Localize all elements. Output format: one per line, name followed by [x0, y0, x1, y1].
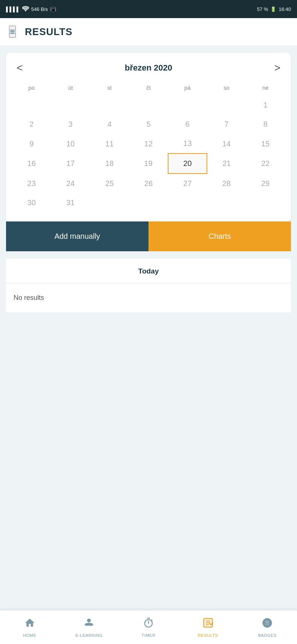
calendar-day-27[interactable]: 27 [168, 174, 207, 193]
main-content: < březen 2020 > po út st čt pá so ne 123… [0, 45, 297, 610]
calendar-day-empty [90, 193, 129, 212]
elearning-icon [83, 617, 95, 631]
calendar-day-31[interactable]: 31 [51, 193, 90, 212]
calendar-week-row: 9101112131415 [12, 134, 285, 154]
calendar-day-24[interactable]: 24 [51, 174, 90, 193]
calendar-day-11[interactable]: 11 [90, 134, 129, 154]
menu-button[interactable]: ≡ [9, 26, 16, 38]
calendar-day-6[interactable]: 6 [168, 115, 207, 134]
calendar-week-row: 16171819202122 [12, 154, 285, 174]
time-display: 16:40 [279, 6, 291, 12]
day-header-st: st [90, 85, 129, 95]
today-label: Today [6, 267, 291, 283]
nav-item-results[interactable]: RESULTS [178, 610, 238, 644]
calendar-day-12[interactable]: 12 [129, 134, 168, 154]
calendar-header: < březen 2020 > [12, 60, 285, 75]
calendar-day-empty [129, 95, 168, 115]
calendar-day-8[interactable]: 8 [246, 115, 285, 134]
day-header-pa: pá [168, 85, 207, 95]
calendar-day-18[interactable]: 18 [90, 154, 129, 174]
calendar-day-20[interactable]: 20 [168, 154, 207, 174]
calendar-day-4[interactable]: 4 [90, 115, 129, 134]
badges-icon [262, 617, 273, 631]
svg-point-0 [88, 619, 91, 622]
calendar-day-9[interactable]: 9 [12, 134, 51, 154]
add-manually-button[interactable]: Add manually [6, 221, 148, 251]
no-results-section: No results [6, 283, 291, 312]
signal-icon: ▌▌▌▌ [6, 6, 20, 12]
calendar-day-29[interactable]: 29 [246, 174, 285, 193]
calendar-day-17[interactable]: 17 [51, 154, 90, 174]
page-title: RESULTS [25, 26, 72, 38]
day-header-ct: čt [129, 85, 168, 95]
vibrate-icon: 📳 [50, 6, 56, 12]
calendar-day-10[interactable]: 10 [51, 134, 90, 154]
no-results-text: No results [14, 294, 44, 301]
calendar-day-28[interactable]: 28 [207, 174, 246, 193]
calendar-card: < březen 2020 > po út st čt pá so ne 123… [6, 53, 291, 221]
calendar-day-7[interactable]: 7 [207, 115, 246, 134]
calendar-day-headers: po út st čt pá so ne [12, 85, 285, 95]
status-right: 57 % 🔋 16:40 [257, 6, 291, 12]
nav-label-timer: TIMER [142, 633, 156, 638]
calendar-day-empty [129, 193, 168, 212]
calendar-day-19[interactable]: 19 [129, 154, 168, 174]
calendar-day-1[interactable]: 1 [246, 95, 285, 115]
today-section: Today [6, 259, 291, 283]
calendar-body: 1234567891011121314151617181920212223242… [12, 95, 285, 212]
nav-item-elearning[interactable]: E-LEARNING [60, 610, 119, 644]
wifi-icon [22, 6, 29, 12]
calendar-day-13[interactable]: 13 [168, 134, 207, 154]
calendar-day-empty [168, 95, 207, 115]
battery-text: 57 % [257, 6, 268, 12]
next-month-button[interactable]: > [270, 60, 285, 75]
timer-icon [143, 617, 154, 631]
calendar-day-23[interactable]: 23 [12, 174, 51, 193]
day-header-ne: ne [246, 85, 285, 95]
day-header-ut: út [51, 85, 90, 95]
nav-item-home[interactable]: HOME [0, 610, 60, 644]
calendar-day-22[interactable]: 22 [246, 154, 285, 174]
bottom-nav: HOME E-LEARNING TIMER RESULTS BADGES [0, 610, 297, 644]
app-bar: ≡ RESULTS [0, 18, 297, 45]
calendar-day-26[interactable]: 26 [129, 174, 168, 193]
charts-button[interactable]: Charts [148, 221, 291, 251]
calendar-week-row: 3031 [12, 193, 285, 212]
calendar-day-25[interactable]: 25 [90, 174, 129, 193]
calendar-month-title: březen 2020 [125, 63, 172, 73]
nav-label-badges: BADGES [258, 633, 277, 638]
calendar-day-15[interactable]: 15 [246, 134, 285, 154]
calendar-day-5[interactable]: 5 [129, 115, 168, 134]
home-icon [24, 617, 35, 631]
calendar-week-row: 1 [12, 95, 285, 115]
calendar-day-2[interactable]: 2 [12, 115, 51, 134]
calendar-day-16[interactable]: 16 [12, 154, 51, 174]
calendar-day-14[interactable]: 14 [207, 134, 246, 154]
nav-label-home: HOME [23, 633, 36, 638]
day-header-po: po [12, 85, 51, 95]
calendar-week-row: 23242526272829 [12, 174, 285, 193]
day-header-so: so [207, 85, 246, 95]
nav-item-badges[interactable]: BADGES [237, 610, 297, 644]
calendar-day-empty [168, 193, 207, 212]
status-left: ▌▌▌▌ 546 B/s 📳 [6, 6, 56, 12]
nav-label-results: RESULTS [198, 633, 218, 638]
battery-icon: 🔋 [270, 6, 276, 12]
calendar-day-empty [12, 95, 51, 115]
action-buttons: Add manually Charts [6, 221, 291, 251]
calendar-day-3[interactable]: 3 [51, 115, 90, 134]
calendar-day-empty [90, 95, 129, 115]
status-bar: ▌▌▌▌ 546 B/s 📳 57 % 🔋 16:40 [0, 0, 297, 18]
data-speed: 546 B/s [31, 6, 48, 12]
nav-item-timer[interactable]: TIMER [119, 610, 178, 644]
calendar-day-empty [207, 193, 246, 212]
calendar-day-empty [51, 95, 90, 115]
calendar-week-row: 2345678 [12, 115, 285, 134]
calendar-day-21[interactable]: 21 [207, 154, 246, 174]
nav-label-elearning: E-LEARNING [75, 633, 103, 638]
results-icon [202, 617, 214, 631]
calendar-day-30[interactable]: 30 [12, 193, 51, 212]
prev-month-button[interactable]: < [12, 60, 27, 75]
calendar-grid: po út st čt pá so ne 1234567891011121314… [12, 85, 285, 212]
calendar-day-empty [207, 95, 246, 115]
